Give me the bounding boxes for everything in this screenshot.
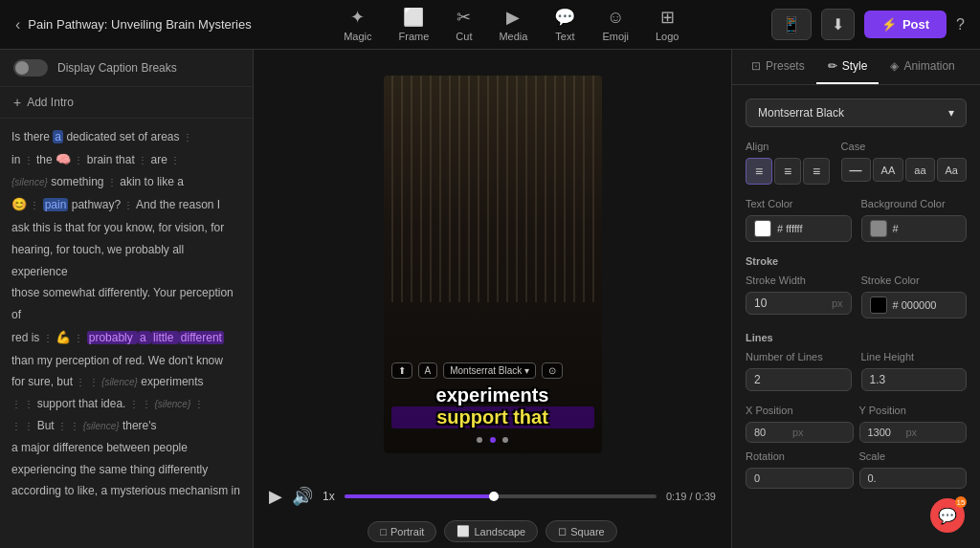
case-title-button[interactable]: Aa <box>937 158 967 182</box>
transcript-word-selected[interactable]: a <box>138 331 151 344</box>
split-icon: ⋮ <box>138 155 147 165</box>
scale-field[interactable] <box>859 468 968 489</box>
caption-dot <box>477 437 482 443</box>
progress-bar[interactable] <box>345 494 657 498</box>
square-button[interactable]: ◻ Square <box>546 520 616 542</box>
transcript-word: between <box>106 441 153 454</box>
line-height-field[interactable] <box>861 368 968 391</box>
transcript-word: perception <box>56 354 112 367</box>
video-caption-bar: ⬆ A Montserrat Black ▾ ⊙ experiments sup… <box>384 355 602 453</box>
tool-emoji[interactable]: ☺ Emoji <box>602 8 629 42</box>
transcript-word: something <box>51 175 107 188</box>
transcript-word: touch, <box>73 243 107 256</box>
tab-animation[interactable]: ◈ Animation <box>879 50 966 84</box>
rotation-field[interactable] <box>746 468 854 489</box>
case-upper-button[interactable]: AA <box>873 158 904 182</box>
transcript-word-highlight[interactable]: pain <box>43 198 69 211</box>
case-lower-button[interactable]: aa <box>905 158 934 182</box>
rotation-input[interactable] <box>754 472 789 484</box>
tool-frame[interactable]: ⬜ Frame <box>399 7 430 42</box>
case-dash-button[interactable]: — <box>841 158 871 182</box>
transcript-word: the <box>160 198 179 211</box>
stroke-color-swatch[interactable] <box>870 296 887 314</box>
transcript-word: are <box>150 153 170 166</box>
add-intro-label: Add Intro <box>27 96 74 109</box>
text-color-swatch[interactable] <box>754 220 771 237</box>
font-dropdown[interactable]: Montserrat Black ▾ <box>746 99 967 127</box>
align-right-button[interactable]: ≡ <box>803 158 830 185</box>
caption-align-button[interactable]: ⬆ <box>391 362 412 379</box>
caption-toggle[interactable] <box>13 59 48 77</box>
x-unit: px <box>792 427 804 438</box>
stroke-color-field[interactable]: # 000000 <box>861 292 968 318</box>
caption-toolbar: ⬆ A Montserrat Black ▾ ⊙ <box>391 362 594 379</box>
post-button[interactable]: ⚡ Post <box>864 11 947 38</box>
tool-logo[interactable]: ⊞ Logo <box>656 7 679 42</box>
bg-color-field[interactable]: # <box>861 215 968 242</box>
speed-button[interactable]: 1x <box>323 490 335 503</box>
back-button[interactable]: ‹ <box>15 16 20 33</box>
caption-text-button[interactable]: A <box>418 362 438 379</box>
transcript-word: is <box>32 331 43 344</box>
download-button[interactable]: ⬇ <box>821 9 855 40</box>
tool-magic[interactable]: ✦ Magic <box>344 7 371 42</box>
portrait-button[interactable]: □ Portrait <box>368 521 436 542</box>
transcript-word: of <box>11 308 21 321</box>
text-color-field[interactable]: # ffffff <box>746 215 852 242</box>
transcript-word: of <box>138 130 150 143</box>
transcript-area[interactable]: Is there a dedicated set of areas ⋮ in ⋮… <box>0 119 253 548</box>
chat-bubble[interactable]: 💬 15 <box>930 498 965 533</box>
align-left-button[interactable]: ≡ <box>746 158 772 185</box>
bg-color-swatch[interactable] <box>870 220 887 237</box>
play-button[interactable]: ▶ <box>269 486 282 507</box>
volume-button[interactable]: 🔊 <box>292 486 313 507</box>
transcript-word-selected[interactable]: different <box>179 331 224 344</box>
magic-icon: ✦ <box>350 7 365 28</box>
progress-thumb[interactable] <box>489 492 499 501</box>
tab-style[interactable]: ✏ Style <box>816 50 880 84</box>
num-lines-input[interactable] <box>754 373 843 386</box>
stroke-width-field[interactable]: px <box>746 292 852 315</box>
tool-text[interactable]: 💬 Text <box>554 7 575 42</box>
emoji-smile: 😊 <box>11 197 27 211</box>
post-icon: ⚡ <box>881 17 897 32</box>
x-position-input[interactable] <box>754 427 789 438</box>
stroke-width-input[interactable] <box>754 296 828 310</box>
caption-settings-button[interactable]: ⊙ <box>542 362 563 379</box>
mobile-preview-button[interactable]: 📱 <box>771 9 812 40</box>
add-intro-button[interactable]: + Add Intro <box>0 87 253 119</box>
line-height-input[interactable] <box>870 373 959 386</box>
tab-presets-label: Presets <box>766 59 805 73</box>
position-row: X Position px Y Position px <box>746 405 967 443</box>
caption-font-dropdown[interactable]: Montserrat Black ▾ <box>443 362 536 379</box>
transcript-word-selected[interactable]: little <box>151 331 179 344</box>
num-lines-field[interactable] <box>746 368 852 391</box>
y-position-input[interactable] <box>868 427 902 438</box>
transcript-word: a <box>100 484 110 497</box>
split-icon: ⋮ <box>170 155 180 165</box>
y-position-field[interactable]: px <box>859 422 968 443</box>
chat-icon: 💬 <box>938 507 957 525</box>
transcript-word-highlight[interactable]: a <box>53 130 63 143</box>
transcript-word: you <box>104 221 126 234</box>
lines-section-title: Lines <box>746 332 967 343</box>
transcript-word: support <box>37 397 78 410</box>
landscape-button[interactable]: ⬜ Landscape <box>444 520 538 542</box>
align-label: Align <box>746 141 832 152</box>
x-position-field[interactable]: px <box>746 422 854 443</box>
align-center-button[interactable]: ≡ <box>774 158 801 185</box>
tool-cut[interactable]: ✂ Cut <box>456 7 472 42</box>
tool-media[interactable]: ▶ Media <box>499 7 527 42</box>
text-color-col: Text Color # ffffff <box>746 198 852 242</box>
transcript-word: is <box>54 221 65 234</box>
transcript-word: like, <box>78 484 101 497</box>
tab-presets[interactable]: ⊡ Presets <box>740 50 816 84</box>
help-button[interactable]: ? <box>956 16 965 33</box>
split-icon: ⋮ <box>57 421 67 431</box>
case-label: Case <box>841 141 967 152</box>
notification-badge: 15 <box>955 496 967 508</box>
scale-input[interactable] <box>868 472 902 484</box>
transcript-word-selected[interactable]: probably <box>87 331 138 344</box>
transcript-word: but <box>56 375 76 388</box>
transcript-word: than <box>11 354 37 367</box>
